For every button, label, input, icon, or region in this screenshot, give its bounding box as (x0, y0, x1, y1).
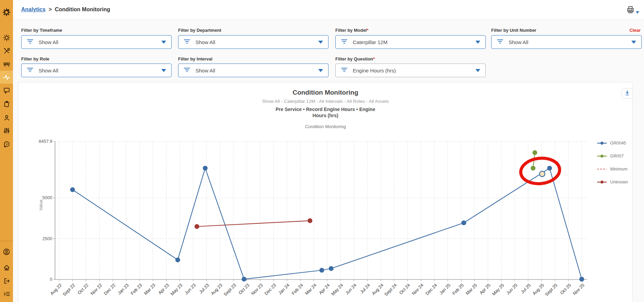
data-point-gr0045[interactable] (175, 258, 180, 262)
caret-down-icon (318, 41, 323, 44)
data-point-gr0045[interactable] (70, 187, 75, 192)
data-point-gr0045[interactable] (579, 277, 584, 282)
sidebar-divider (0, 241, 13, 241)
chart-subtitle: Show All - Caterpillar 12M - All Interva… (18, 99, 632, 104)
data-point-gr007[interactable] (533, 150, 537, 155)
top-header: Analytics > Condition Monitoring (13, 0, 644, 20)
highlighted-data-point[interactable] (539, 171, 545, 177)
filter-list-icon (184, 67, 190, 74)
note-icon (3, 100, 10, 108)
sidebar-item-home[interactable] (0, 261, 13, 274)
filter-list-icon (27, 67, 33, 74)
legend-swatch-gr0045 (597, 141, 607, 145)
sliders-icon (3, 127, 10, 134)
data-point-unknown[interactable] (308, 218, 312, 223)
account-icon (3, 248, 10, 256)
filter-label-filter-by-role: Filter by Role (21, 56, 49, 61)
legend-swatch-gr007 (597, 154, 607, 158)
breadcrumb: Analytics > Condition Monitoring (21, 6, 110, 13)
legend-item-gr0045[interactable]: GR0045 (597, 141, 628, 146)
page-title: Condition Monitoring (55, 6, 110, 13)
filter-dropdown-filter-by-interval[interactable]: Show All (178, 64, 328, 77)
gear-icon (3, 34, 10, 41)
data-point-gr0045[interactable] (319, 268, 324, 273)
caret-down-icon (475, 69, 480, 72)
dropdown-value: Show All (196, 39, 215, 45)
data-point-gr0045[interactable] (461, 220, 466, 225)
sidebar-item-logout[interactable] (0, 274, 13, 287)
filter-label-filter-by-interval: Filter by Interval (178, 56, 212, 61)
dropdown-value: Engine Hours (hrs) (353, 68, 396, 73)
legend-label: Minimum (610, 167, 628, 171)
caret-down-icon (161, 69, 166, 72)
tools-icon (3, 47, 10, 55)
legend-item-gr007[interactable]: GR007 (597, 154, 628, 159)
chart-sub-label: Condition Monitoring (18, 124, 632, 129)
clear-filters-link[interactable]: Clear (629, 28, 641, 33)
annotation-ellipse (520, 156, 561, 186)
caret-down-icon (475, 41, 480, 44)
sidebar-item-person[interactable] (0, 111, 13, 124)
filter-label-filter-by-model: Filter by Model* (335, 28, 368, 33)
print-button[interactable] (626, 5, 639, 16)
dropdown-value: Show All (39, 39, 58, 45)
filter-list-icon (27, 39, 33, 45)
filter-label-filter-by-department: Filter by Department (178, 28, 221, 33)
sidebar-item-tools[interactable] (0, 44, 13, 57)
data-point-gr0045[interactable] (203, 166, 207, 170)
sidebar-item-gear[interactable] (0, 31, 13, 44)
chart-title: Condition Monitoring (18, 89, 632, 96)
sidebar-item-chat[interactable] (0, 84, 13, 97)
breadcrumb-separator: > (49, 6, 52, 13)
filter-dropdown-filter-by-role[interactable]: Show All (21, 64, 172, 77)
sidebar: ? (0, 0, 13, 302)
line-chart-plot (52, 141, 589, 286)
legend-label: GR0045 (610, 141, 626, 146)
series-line-unknown (197, 221, 310, 226)
sidebar-item-barrier[interactable] (0, 57, 13, 70)
filter-list-icon (497, 39, 504, 45)
data-point-gr007[interactable] (531, 166, 536, 170)
filter-list-icon (341, 67, 348, 74)
legend-item-minimum[interactable]: Minimum (597, 167, 628, 171)
brand-logo[interactable] (0, 6, 13, 19)
chart-question-line: Pre Service • Record Engine Hours • Engi… (271, 106, 380, 119)
caret-down-icon (636, 11, 639, 14)
filter-dropdown-filter-by-timeframe[interactable]: Show All (21, 35, 172, 49)
data-point-gr0045[interactable] (329, 266, 334, 271)
dropdown-value: Show All (509, 39, 528, 45)
dropdown-value: Show All (39, 68, 58, 73)
sidebar-item-sliders[interactable] (0, 124, 13, 137)
sidebar-item-note[interactable] (0, 97, 13, 110)
chat-icon (3, 87, 10, 94)
chart-legend: GR0045 GR007 Minimum Unknown (597, 141, 628, 193)
dropdown-value: Caterpillar 12M (353, 39, 388, 45)
person-icon (3, 114, 10, 121)
chart-card: Condition Monitoring Show All - Caterpil… (18, 82, 633, 302)
y-tick-label: 0 (25, 277, 52, 282)
filter-dropdown-filter-by-model[interactable]: Caterpillar 12M (335, 35, 486, 49)
sidebar-item-menu-expand[interactable] (0, 287, 13, 300)
filter-label-filter-by-unit-number: Filter by Unit Number (491, 28, 536, 33)
filter-dropdown-filter-by-department[interactable]: Show All (178, 35, 328, 49)
filter-list-icon (184, 39, 190, 45)
sidebar-item-activity[interactable] (0, 71, 13, 84)
filter-dropdown-filter-by-question[interactable]: Engine Hours (hrs) (335, 64, 486, 77)
data-point-gr0045[interactable] (547, 166, 552, 170)
menu-expand-icon (3, 290, 10, 298)
data-point-gr0045[interactable] (242, 277, 246, 282)
sidebar-item-help[interactable]: ? (0, 138, 13, 151)
printer-icon (626, 5, 635, 16)
data-point-unknown[interactable] (194, 224, 199, 229)
activity-icon (3, 73, 10, 81)
y-tick-label: 2500 (25, 236, 52, 241)
legend-swatch-minimum (597, 167, 607, 171)
legend-label: Unknown (610, 180, 628, 184)
home-icon (3, 264, 10, 271)
legend-label: GR007 (610, 154, 624, 159)
sidebar-item-account[interactable] (0, 245, 13, 258)
legend-item-unknown[interactable]: Unknown (597, 180, 628, 184)
breadcrumb-analytics-link[interactable]: Analytics (21, 6, 45, 13)
legend-swatch-unknown (597, 180, 607, 184)
filter-dropdown-filter-by-unit-number[interactable]: Show All (491, 35, 642, 49)
